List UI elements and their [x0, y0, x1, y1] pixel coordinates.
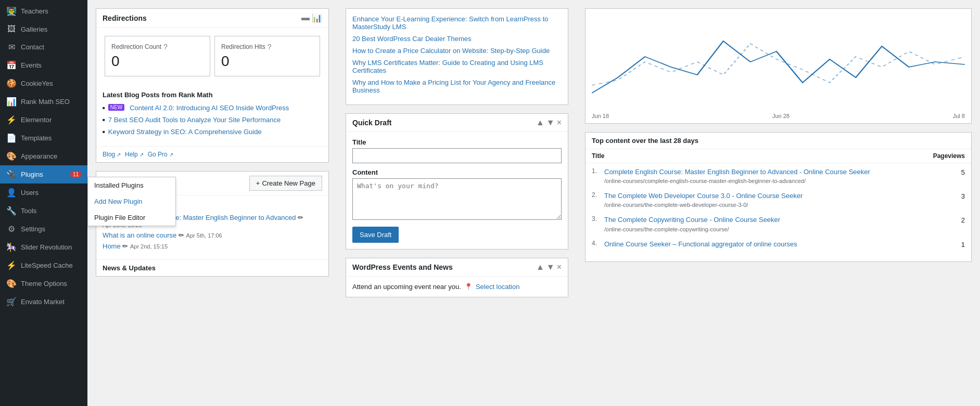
gopro-link[interactable]: Go Pro ↗ — [148, 151, 173, 158]
redirections-title: Redirections — [103, 14, 147, 22]
wp-events-collapse-down[interactable]: ▼ — [546, 263, 555, 272]
wp-events-title: WordPress Events and News — [352, 263, 453, 271]
top-content-header: Top content over the last 28 days — [586, 133, 971, 149]
sidebar-item-cookieyes[interactable]: 🍪 CookieYes — [0, 74, 87, 93]
cookieyes-icon: 🍪 — [6, 78, 17, 88]
right-panel: Jun 18 Jun 28 Jul 8 Top content over the… — [577, 0, 980, 406]
rank-math-link-0[interactable]: Enhance Your E-Learning Experience: Swit… — [352, 15, 562, 31]
settings-icon: ⚙ — [6, 224, 17, 234]
blog-posts-footer: Blog ↗ Help ↗ Go Pro ↗ — [96, 146, 328, 162]
top-content-item-0: 1. Complete English Course: Master Engli… — [592, 167, 965, 184]
main-content: Redirections ▬ 📊 Redirection Count ? 0 R… — [87, 0, 980, 406]
sidebar-item-elementor[interactable]: ⚡ Elementor — [0, 111, 87, 129]
top-content-item-3: 4. Online Course Seeker – Functional agg… — [592, 240, 965, 250]
redirection-count-label: Redirection Count — [111, 43, 161, 50]
help-ext-icon: ↗ — [139, 152, 144, 158]
sidebar-label-slider: Slider Revolution — [21, 243, 81, 251]
wp-events-content: Attend an upcoming event near you. 📍 Sel… — [346, 277, 568, 297]
sidebar-item-theme-options[interactable]: 🎨 Theme Options — [0, 274, 87, 293]
sidebar-item-users[interactable]: 👤 Users — [0, 184, 87, 202]
sidebar-item-events[interactable]: 📅 Events — [0, 56, 87, 74]
item-title-3[interactable]: Online Course Seeker – Functional aggreg… — [604, 240, 797, 248]
rank-math-link-4[interactable]: Why and How to Make a Pricing List for Y… — [352, 78, 562, 94]
sidebar-item-slider-revolution[interactable]: 🎠 Slider Revolution — [0, 238, 87, 256]
sidebar-label-contact: Contact — [21, 43, 81, 51]
sidebar-label-appearance: Appearance — [21, 152, 81, 160]
center-panel: Enhance Your E-Learning Experience: Swit… — [337, 0, 577, 406]
recent-link-1[interactable]: What is an online course — [103, 231, 176, 239]
sidebar-item-envato[interactable]: 🛒 Envato Market — [0, 293, 87, 311]
rank-math-link-1[interactable]: 20 Best WordPress Car Dealer Themes — [352, 35, 562, 43]
sidebar-item-settings[interactable]: ⚙ Settings — [0, 220, 87, 238]
blog-ext-icon: ↗ — [117, 152, 121, 158]
rank-math-links-widget: Enhance Your E-Learning Experience: Swit… — [346, 8, 568, 105]
sidebar-item-contact[interactable]: ✉ Contact — [0, 38, 87, 56]
content-field-label: Content — [352, 168, 562, 176]
sidebar-label-plugins: Plugins — [21, 171, 66, 178]
redirections-minimize[interactable]: ▬ — [301, 13, 310, 23]
redirections-stats: Redirection Count ? 0 Redirection Hits ?… — [96, 28, 328, 85]
slider-icon: 🎠 — [6, 242, 17, 252]
sidebar-item-rank-math[interactable]: 📊 Rank Math SEO — [0, 93, 87, 111]
content-field-group: Content — [352, 168, 562, 221]
redirections-chart[interactable]: 📊 — [312, 13, 322, 23]
select-location-link[interactable]: Select location — [476, 283, 520, 291]
sidebar-label-settings: Settings — [21, 225, 81, 233]
create-new-page-button[interactable]: + Create New Page — [249, 176, 322, 191]
item-title-2[interactable]: The Complete Copywriting Course - Online… — [604, 216, 780, 224]
sidebar-item-galleries[interactable]: 🖼 Galleries — [0, 20, 87, 38]
content-textarea[interactable] — [352, 178, 562, 220]
sidebar-item-plugins[interactable]: 🔌 Plugins 11 — [0, 165, 87, 184]
quick-draft-collapse-down[interactable]: ▼ — [546, 118, 555, 127]
item-views-1: 3 — [961, 192, 965, 200]
item-views-3: 1 — [961, 241, 965, 248]
redirections-widget: Redirections ▬ 📊 Redirection Count ? 0 R… — [96, 8, 329, 163]
quick-draft-header: Quick Draft ▲ ▼ × — [346, 114, 568, 132]
submenu-installed-plugins[interactable]: Installed Plugins — [88, 177, 175, 193]
location-pin-icon: 📍 — [464, 283, 473, 291]
save-draft-button[interactable]: Save Draft — [352, 227, 399, 243]
quick-draft-close[interactable]: × — [557, 118, 562, 127]
help-link[interactable]: Help ↗ — [125, 151, 144, 158]
submenu-add-new-plugin[interactable]: Add New Plugin — [88, 193, 175, 209]
wp-events-controls: ▲ ▼ × — [536, 263, 562, 272]
submenu-plugin-file-editor[interactable]: Plugin File Editor — [88, 209, 175, 226]
top-content-columns: Title Pageviews — [586, 149, 971, 163]
redirections-controls: ▬ 📊 — [301, 13, 322, 23]
rank-math-link-2[interactable]: How to Create a Price Calculator on Webs… — [352, 47, 562, 55]
elementor-icon: ⚡ — [6, 115, 17, 125]
redirection-count-help[interactable]: ? — [163, 43, 168, 51]
redirection-hits-label: Redirection Hits — [221, 43, 265, 50]
rank-math-icon: 📊 — [6, 97, 17, 107]
recent-edit-icon-1: ✏ — [179, 231, 184, 239]
recent-link-2[interactable]: Home — [103, 242, 121, 250]
recent-meta-2: Apr 2nd, 15:15 — [130, 243, 168, 250]
sidebar-item-tools[interactable]: 🔧 Tools — [0, 202, 87, 220]
title-field-group: Title — [352, 138, 562, 163]
item-title-1[interactable]: The Complete Web Developer Course 3.0 - … — [604, 192, 803, 200]
events-icon: 📅 — [6, 60, 17, 70]
recent-meta-1: Apr 5th, 17:06 — [186, 232, 222, 239]
sidebar-item-appearance[interactable]: 🎨 Appearance — [0, 147, 87, 165]
blog-post-link-2[interactable]: Keyword Strategy in SEO: A Comprehensive… — [108, 128, 262, 136]
wp-events-close[interactable]: × — [557, 263, 562, 272]
sidebar-item-templates[interactable]: 📄 Templates — [0, 129, 87, 147]
sidebar-item-teachers[interactable]: 👨‍🏫 Teachers — [0, 2, 87, 20]
wp-events-collapse-up[interactable]: ▲ — [536, 263, 544, 272]
item-title-0[interactable]: Complete English Course: Master English … — [604, 168, 870, 176]
chart-label-1: Jun 28 — [772, 113, 790, 119]
redirection-hits-help[interactable]: ? — [268, 43, 272, 51]
title-input[interactable] — [352, 148, 562, 163]
blog-posts-title: Latest Blog Posts from Rank Math — [103, 91, 322, 99]
sidebar-item-litespeed[interactable]: ⚡ LiteSpeed Cache — [0, 256, 87, 274]
chart-label-2: Jul 8 — [953, 113, 965, 119]
envato-icon: 🛒 — [6, 297, 17, 307]
quick-draft-collapse-up[interactable]: ▲ — [536, 118, 544, 127]
blog-post-link-0[interactable]: Content AI 2.0: Introducing AI SEO Insid… — [130, 104, 289, 112]
sidebar-label-envato: Envato Market — [21, 298, 81, 306]
sidebar-label-rank-math: Rank Math SEO — [21, 98, 81, 106]
blog-post-link-1[interactable]: 7 Best SEO Audit Tools to Analyze Your S… — [108, 116, 281, 124]
users-icon: 👤 — [6, 188, 17, 198]
rank-math-link-3[interactable]: Why LMS Certificates Matter: Guide to Cr… — [352, 59, 562, 74]
blog-link[interactable]: Blog ↗ — [103, 151, 121, 158]
